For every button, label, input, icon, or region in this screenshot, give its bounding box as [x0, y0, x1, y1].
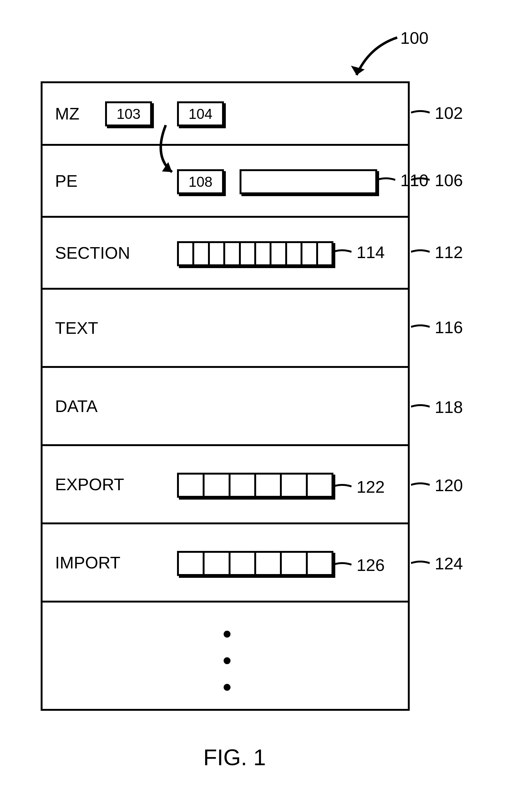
ref-116: 116 — [435, 318, 463, 337]
array-cell — [302, 243, 318, 264]
ref-118: 118 — [435, 397, 463, 417]
ref-102: 102 — [435, 103, 463, 123]
leader-tick-icon — [411, 247, 430, 257]
array-cell — [205, 474, 230, 496]
array-cell — [256, 474, 282, 496]
ref-126: 126 — [357, 555, 385, 575]
row-label-pe: PE — [55, 171, 78, 190]
array-cell — [282, 553, 307, 574]
row-import: IMPORT — [42, 524, 408, 602]
row-text: TEXT — [42, 290, 408, 368]
pe-file-layout-table: MZ 103 104 PE 108 SECTION TEXT DATA EXPO… — [41, 81, 410, 711]
row-export: EXPORT — [42, 446, 408, 524]
row-label-data: DATA — [55, 396, 98, 416]
leader-tick-icon — [333, 560, 352, 569]
leader-tick-icon — [411, 108, 430, 117]
array-114 — [177, 241, 334, 266]
array-cell — [308, 474, 331, 496]
array-cell — [194, 243, 210, 264]
leader-tick-icon — [411, 480, 430, 490]
ref-124: 124 — [435, 554, 463, 573]
row-label-text: TEXT — [55, 318, 98, 338]
array-cell — [225, 243, 241, 264]
array-cell — [230, 553, 256, 574]
array-cell — [271, 243, 287, 264]
ref-106: 106 — [435, 170, 463, 190]
row-ellipsis — [42, 602, 408, 709]
array-122 — [177, 473, 334, 498]
ellipsis-dot-icon — [224, 684, 230, 691]
svg-marker-0 — [351, 66, 365, 75]
array-cell — [179, 553, 205, 574]
row-pe: PE 108 — [42, 146, 408, 218]
array-cell — [241, 243, 256, 264]
ref-122: 122 — [357, 477, 385, 497]
leader-tick-icon — [411, 558, 430, 568]
leader-tick-icon — [377, 175, 395, 185]
figure-number-label: 100 — [400, 28, 429, 48]
ellipsis-dot-icon — [224, 631, 230, 638]
arrow-104-to-108-icon — [156, 125, 194, 182]
array-cell — [230, 474, 256, 496]
row-label-mz: MZ — [55, 104, 79, 123]
row-label-import: IMPORT — [55, 553, 120, 572]
array-cell — [256, 243, 271, 264]
row-section: SECTION — [42, 218, 408, 290]
row-data: DATA — [42, 368, 408, 446]
box-104: 104 — [177, 101, 224, 126]
row-mz: MZ 103 104 — [42, 83, 408, 146]
figure-page: 100 MZ 103 104 PE 108 SECTION TEXT — [0, 0, 532, 804]
array-126 — [177, 551, 334, 576]
figure-caption: FIG. 1 — [203, 745, 266, 770]
array-cell — [282, 474, 307, 496]
array-cell — [308, 553, 331, 574]
ref-112: 112 — [435, 242, 463, 262]
array-cell — [256, 553, 282, 574]
array-cell — [210, 243, 225, 264]
ellipsis-dot-icon — [224, 657, 230, 664]
array-cell — [318, 243, 331, 264]
leader-tick-icon — [411, 402, 430, 411]
leader-tick-icon — [333, 482, 352, 491]
leader-tick-icon — [411, 175, 430, 185]
arrow-100-to-table-icon — [350, 34, 403, 85]
leader-tick-icon — [333, 247, 352, 257]
row-label-export: EXPORT — [55, 474, 124, 494]
box-103: 103 — [105, 101, 152, 126]
array-cell — [205, 553, 230, 574]
leader-tick-icon — [411, 322, 430, 332]
array-cell — [287, 243, 302, 264]
bar-110 — [240, 169, 377, 194]
ref-114: 114 — [357, 242, 385, 262]
row-label-section: SECTION — [55, 243, 130, 262]
ref-120: 120 — [435, 475, 463, 495]
array-cell — [179, 474, 205, 496]
array-cell — [179, 243, 194, 264]
